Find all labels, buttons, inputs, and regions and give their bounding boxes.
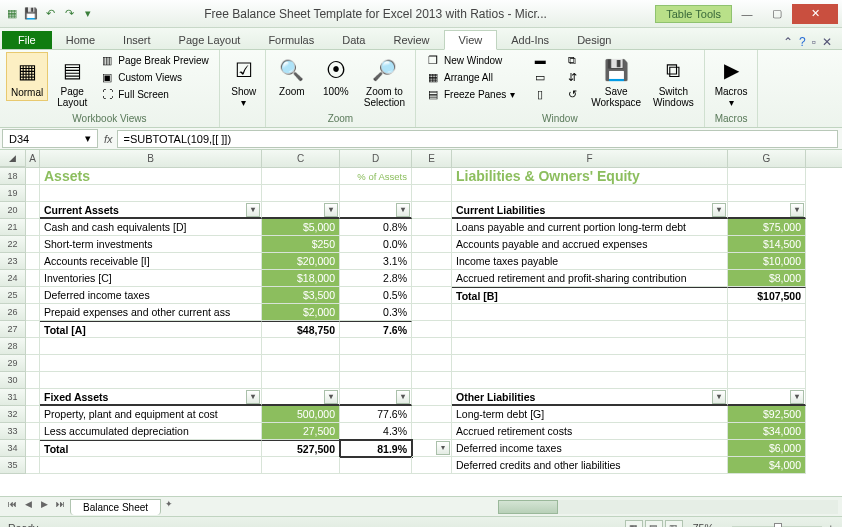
show-button[interactable]: ☑ Show▾ <box>226 52 262 110</box>
cell[interactable]: 0.3% <box>340 304 412 321</box>
cell[interactable]: $8,000 <box>728 270 806 287</box>
minimize-button[interactable]: — <box>732 4 762 24</box>
cell[interactable]: 527,500 <box>262 440 340 457</box>
cell[interactable]: $92,500 <box>728 406 806 423</box>
cell[interactable] <box>262 168 340 185</box>
freeze-panes-button[interactable]: ▤Freeze Panes ▾ <box>422 86 519 102</box>
cell[interactable] <box>452 338 728 355</box>
cell[interactable]: $10,000 <box>728 253 806 270</box>
cell[interactable]: $4,000 <box>728 457 806 474</box>
split-button[interactable]: ▬ <box>529 52 551 68</box>
new-sheet-button[interactable]: ✦ <box>161 499 177 515</box>
name-box[interactable]: D34▾ <box>2 129 98 148</box>
page-layout-view-button[interactable]: ▤ Page Layout <box>52 52 92 110</box>
cell[interactable]: ▾ <box>340 202 412 219</box>
cell[interactable]: 3.1% <box>340 253 412 270</box>
cell[interactable]: 77.6% <box>340 406 412 423</box>
cell[interactable] <box>26 202 40 219</box>
row-header[interactable]: 31 <box>0 389 26 406</box>
cell[interactable]: $3,500 <box>262 287 340 304</box>
col-d[interactable]: D <box>340 150 412 167</box>
cell[interactable] <box>26 423 40 440</box>
cell[interactable]: Total [A] <box>40 321 262 338</box>
cell[interactable]: Current Assets▾ <box>40 202 262 219</box>
cell[interactable]: 2.8% <box>340 270 412 287</box>
cell[interactable]: 7.6% <box>340 321 412 338</box>
cell[interactable] <box>412 355 452 372</box>
tab-view[interactable]: View <box>444 30 498 50</box>
cell[interactable]: % of Assets <box>340 168 412 185</box>
cell[interactable] <box>40 185 262 202</box>
cell[interactable] <box>26 287 40 304</box>
sheet-tab-balance-sheet[interactable]: Balance Sheet <box>70 499 161 515</box>
cell[interactable] <box>262 457 340 474</box>
cell[interactable]: $75,000 <box>728 219 806 236</box>
cell[interactable]: Deferred credits and other liabilities <box>452 457 728 474</box>
redo-icon[interactable]: ↷ <box>61 6 77 22</box>
cell[interactable] <box>262 372 340 389</box>
minimize-ribbon-icon[interactable]: ⌃ <box>783 35 793 49</box>
macros-button[interactable]: ▶Macros▾ <box>711 52 752 110</box>
cell[interactable] <box>412 168 452 185</box>
cell[interactable] <box>340 372 412 389</box>
view-side-button[interactable]: ⧉ <box>561 52 583 68</box>
save-icon[interactable]: 💾 <box>23 6 39 22</box>
cell[interactable]: Prepaid expenses and other current ass <box>40 304 262 321</box>
cell[interactable] <box>412 457 452 474</box>
row-header[interactable]: 30 <box>0 372 26 389</box>
cell[interactable] <box>728 372 806 389</box>
hide-button[interactable]: ▭ <box>529 69 551 85</box>
row-header[interactable]: 34 <box>0 440 26 457</box>
zoom-button[interactable]: 🔍Zoom <box>272 52 312 99</box>
reset-position-button[interactable]: ↺ <box>561 86 583 102</box>
cell[interactable]: Total <box>40 440 262 457</box>
col-a[interactable]: A <box>26 150 40 167</box>
filter-dropdown-icon[interactable]: ▾ <box>396 203 410 217</box>
cell[interactable] <box>26 219 40 236</box>
page-break-preview-button[interactable]: ▥Page Break Preview <box>96 52 213 68</box>
row-header[interactable]: 19 <box>0 185 26 202</box>
tab-page-layout[interactable]: Page Layout <box>165 31 255 49</box>
horizontal-scrollbar[interactable] <box>498 500 838 514</box>
cell[interactable] <box>26 389 40 406</box>
cell[interactable] <box>452 372 728 389</box>
tab-home[interactable]: Home <box>52 31 109 49</box>
cell[interactable]: Property, plant and equipment at cost <box>40 406 262 423</box>
row-header[interactable]: 25 <box>0 287 26 304</box>
zoom-to-selection-button[interactable]: 🔎Zoom to Selection <box>360 52 409 110</box>
cell[interactable] <box>340 338 412 355</box>
cell[interactable]: 81.9% <box>340 440 412 457</box>
cell[interactable]: Current Liabilities▾ <box>452 202 728 219</box>
arrange-all-button[interactable]: ▦Arrange All <box>422 69 519 85</box>
tab-data[interactable]: Data <box>328 31 379 49</box>
undo-icon[interactable]: ↶ <box>42 6 58 22</box>
custom-views-button[interactable]: ▣Custom Views <box>96 69 213 85</box>
sheet-nav-prev[interactable]: ◀ <box>20 499 36 515</box>
select-all-corner[interactable]: ◢ <box>0 150 26 167</box>
qat-dropdown-icon[interactable]: ▾ <box>80 6 96 22</box>
cell[interactable]: ▾ <box>340 389 412 406</box>
cell[interactable]: Cash and cash equivalents [D] <box>40 219 262 236</box>
cell[interactable]: $2,000 <box>262 304 340 321</box>
close-button[interactable]: ✕ <box>792 4 838 24</box>
cell[interactable]: Other Liabilities▾ <box>452 389 728 406</box>
cell[interactable] <box>26 236 40 253</box>
filter-dropdown-icon[interactable]: ▾ <box>246 203 260 217</box>
filter-dropdown-icon[interactable]: ▾ <box>790 203 804 217</box>
cell[interactable] <box>26 270 40 287</box>
cell[interactable]: 0.5% <box>340 287 412 304</box>
cell[interactable]: ▾ <box>412 440 452 457</box>
cell[interactable]: Deferred income taxes <box>40 287 262 304</box>
tab-add-ins[interactable]: Add-Ins <box>497 31 563 49</box>
zoom-in-button[interactable]: + <box>828 522 834 528</box>
cell[interactable] <box>340 185 412 202</box>
cell[interactable] <box>26 372 40 389</box>
cell[interactable] <box>262 355 340 372</box>
cell[interactable] <box>262 338 340 355</box>
cell[interactable] <box>262 185 340 202</box>
cell[interactable]: 27,500 <box>262 423 340 440</box>
spreadsheet-grid[interactable]: ◢ A B C D E F G 18Assets% of AssetsLiabi… <box>0 150 842 496</box>
cell[interactable] <box>40 355 262 372</box>
cell[interactable]: Fixed Assets▾ <box>40 389 262 406</box>
cell[interactable]: Accrued retirement and profit-sharing co… <box>452 270 728 287</box>
